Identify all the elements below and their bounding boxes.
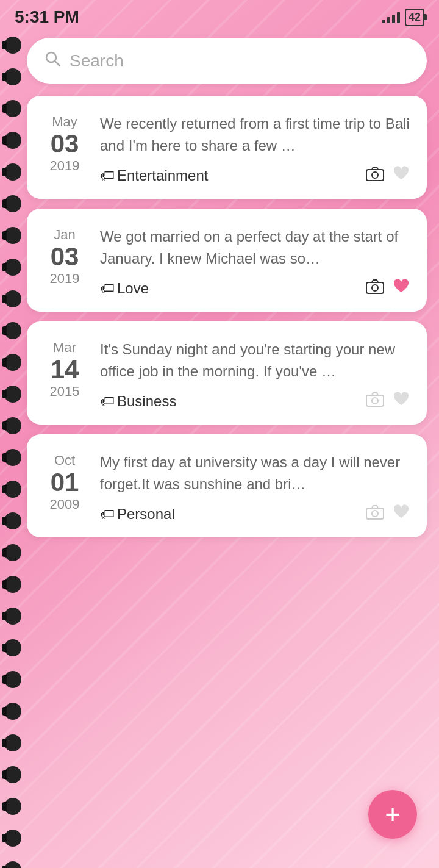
tag-label-4: Personal bbox=[117, 506, 175, 523]
entries-list: May 03 2019 We recently returned from a … bbox=[27, 96, 427, 537]
date-year-2: 2019 bbox=[50, 271, 80, 287]
add-icon: + bbox=[385, 801, 401, 828]
entry-actions-3 bbox=[366, 391, 410, 411]
signal-bar-1 bbox=[382, 20, 385, 23]
entry-date-3: Mar 14 2015 bbox=[44, 339, 85, 400]
entry-footer-2: 🏷 Love bbox=[100, 278, 410, 298]
svg-point-0 bbox=[46, 52, 56, 62]
svg-line-1 bbox=[55, 62, 60, 66]
svg-point-3 bbox=[372, 172, 378, 178]
add-entry-button[interactable]: + bbox=[368, 790, 417, 839]
entry-tag-2: 🏷 Love bbox=[100, 280, 149, 297]
entry-tag-3: 🏷 Business bbox=[100, 393, 176, 410]
entry-actions-4 bbox=[366, 504, 410, 524]
date-year-4: 2009 bbox=[50, 497, 80, 512]
search-icon bbox=[44, 50, 61, 71]
tag-icon-4: 🏷 bbox=[100, 506, 115, 523]
date-day-2: 03 bbox=[51, 244, 79, 270]
status-right: 42 bbox=[382, 9, 424, 26]
heart-icon-3[interactable] bbox=[393, 391, 410, 411]
entry-preview-1: We recently returned from a first time t… bbox=[100, 113, 410, 157]
tag-icon-2: 🏷 bbox=[100, 280, 115, 297]
heart-icon-2[interactable] bbox=[393, 278, 410, 298]
entry-actions-2 bbox=[366, 278, 410, 298]
heart-icon-1[interactable] bbox=[393, 165, 410, 185]
entry-date-4: Oct 01 2009 bbox=[44, 451, 85, 512]
date-month-4: Oct bbox=[54, 453, 75, 468]
heart-icon-4[interactable] bbox=[393, 504, 410, 524]
spiral-dot bbox=[4, 830, 21, 847]
entry-body-4: My first day at university was a day I w… bbox=[100, 451, 410, 524]
camera-icon-2[interactable] bbox=[366, 279, 384, 298]
svg-rect-8 bbox=[366, 508, 384, 519]
entry-body-2: We got married on a perfect day at the s… bbox=[100, 226, 410, 298]
date-year-3: 2015 bbox=[50, 384, 80, 400]
date-day-4: 01 bbox=[51, 470, 79, 495]
entry-body-1: We recently returned from a first time t… bbox=[100, 113, 410, 185]
entry-footer-3: 🏷 Business bbox=[100, 391, 410, 411]
entry-actions-1 bbox=[366, 165, 410, 185]
date-month-3: Mar bbox=[53, 340, 76, 356]
search-placeholder: Search bbox=[70, 51, 124, 71]
entry-body-3: It's Sunday night and you're starting yo… bbox=[100, 339, 410, 411]
status-time: 5:31 PM bbox=[15, 7, 79, 27]
svg-rect-2 bbox=[366, 170, 384, 181]
tag-label-2: Love bbox=[117, 280, 149, 297]
entry-tag-1: 🏷 Entertainment bbox=[100, 167, 208, 184]
spiral-dot bbox=[4, 576, 21, 593]
camera-icon-1[interactable] bbox=[366, 166, 384, 185]
entry-tag-4: 🏷 Personal bbox=[100, 506, 175, 523]
svg-point-5 bbox=[372, 285, 378, 291]
date-day-3: 14 bbox=[51, 357, 79, 382]
tag-label-3: Business bbox=[117, 393, 176, 410]
signal-bar-4 bbox=[397, 12, 400, 23]
entry-date-1: May 03 2019 bbox=[44, 113, 85, 174]
tag-label-1: Entertainment bbox=[117, 167, 208, 184]
camera-icon-4[interactable] bbox=[366, 504, 384, 524]
entry-preview-3: It's Sunday night and you're starting yo… bbox=[100, 339, 410, 382]
date-month-2: Jan bbox=[54, 227, 75, 243]
status-bar: 5:31 PM 42 bbox=[0, 0, 439, 32]
camera-icon-3[interactable] bbox=[366, 392, 384, 411]
spiral-dot bbox=[4, 766, 21, 783]
entry-footer-4: 🏷 Personal bbox=[100, 504, 410, 524]
spiral-dot bbox=[4, 861, 21, 868]
spiral-dot bbox=[4, 639, 21, 656]
entry-date-2: Jan 03 2019 bbox=[44, 226, 85, 287]
spiral-dot bbox=[4, 734, 21, 751]
date-day-1: 03 bbox=[51, 131, 79, 157]
entry-card-2[interactable]: Jan 03 2019 We got married on a perfect … bbox=[27, 209, 427, 312]
date-year-1: 2019 bbox=[50, 158, 80, 174]
main-content: Search May 03 2019 We recently returned … bbox=[0, 32, 439, 550]
date-month-1: May bbox=[52, 114, 77, 130]
signal-bar-2 bbox=[387, 17, 390, 23]
tag-icon-1: 🏷 bbox=[100, 167, 115, 184]
entry-card-1[interactable]: May 03 2019 We recently returned from a … bbox=[27, 96, 427, 199]
entry-preview-4: My first day at university was a day I w… bbox=[100, 451, 410, 495]
svg-point-9 bbox=[372, 511, 378, 517]
entry-footer-1: 🏷 Entertainment bbox=[100, 165, 410, 185]
spiral-dot bbox=[4, 703, 21, 720]
svg-rect-4 bbox=[366, 282, 384, 293]
svg-point-7 bbox=[372, 398, 378, 404]
signal-bar-3 bbox=[392, 15, 395, 23]
spiral-dot bbox=[4, 608, 21, 625]
tag-icon-3: 🏷 bbox=[100, 393, 115, 410]
battery-indicator: 42 bbox=[405, 9, 424, 26]
signal-bars bbox=[382, 11, 400, 23]
svg-rect-6 bbox=[366, 395, 384, 406]
entry-preview-2: We got married on a perfect day at the s… bbox=[100, 226, 410, 270]
spiral-dot bbox=[4, 798, 21, 815]
spiral-dot bbox=[4, 671, 21, 688]
entry-card-4[interactable]: Oct 01 2009 My first day at university w… bbox=[27, 434, 427, 537]
search-bar[interactable]: Search bbox=[27, 38, 427, 84]
entry-card-3[interactable]: Mar 14 2015 It's Sunday night and you're… bbox=[27, 321, 427, 425]
